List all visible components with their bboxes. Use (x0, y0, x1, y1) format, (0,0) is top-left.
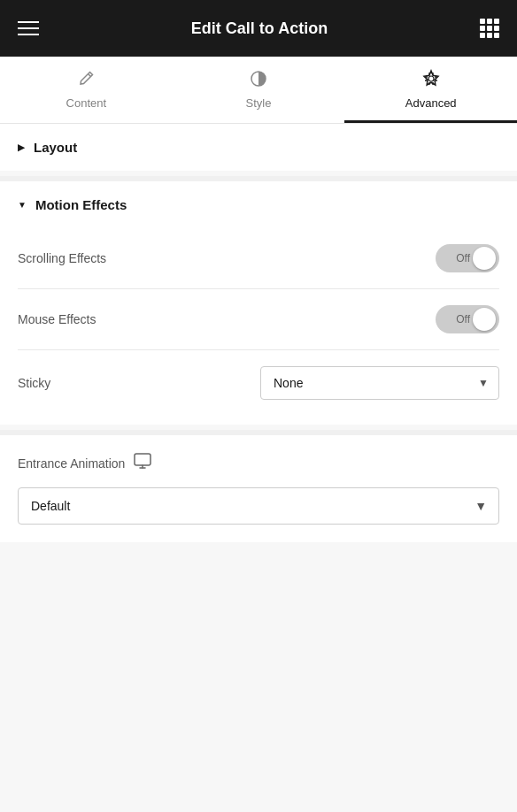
sticky-select-wrapper: None Top Bottom ▼ (260, 366, 499, 400)
svg-rect-2 (135, 454, 150, 465)
layout-section-title: Layout (34, 140, 77, 155)
scrolling-effects-toggle-knob (473, 247, 496, 270)
scrolling-effects-toggle[interactable]: Off (436, 244, 499, 272)
motion-effects-section-header[interactable]: ▼ Motion Effects (0, 181, 517, 228)
tab-content-label: Content (66, 96, 107, 110)
header-title: Edit Call to Action (191, 19, 328, 38)
svg-point-1 (428, 76, 434, 81)
sticky-row: Sticky None Top Bottom ▼ (18, 350, 499, 416)
layout-arrow-icon: ▶ (18, 142, 25, 152)
entrance-animation-section: Entrance Animation Default None Fade In … (0, 435, 517, 542)
header: Edit Call to Action (0, 0, 517, 57)
hamburger-menu-icon[interactable] (18, 21, 39, 35)
motion-effects-fields: Scrolling Effects Off Mouse Effects Off (0, 228, 517, 425)
tab-style[interactable]: Style (173, 57, 345, 123)
tab-advanced[interactable]: Advanced (344, 57, 517, 123)
style-tab-icon (249, 69, 268, 91)
tabs-bar: Content Style Advanced (0, 57, 517, 124)
entrance-animation-label: Entrance Animation (18, 456, 125, 471)
mouse-effects-toggle-knob (473, 308, 496, 331)
scrolling-effects-label: Scrolling Effects (18, 251, 106, 265)
entrance-animation-select-wrapper: Default None Fade In Slide In Up Slide I… (18, 487, 499, 525)
layout-section-header[interactable]: ▶ Layout (0, 124, 517, 171)
tab-advanced-label: Advanced (405, 96, 457, 110)
mouse-effects-label: Mouse Effects (18, 312, 96, 326)
scrolling-effects-row: Scrolling Effects Off (18, 228, 499, 289)
monitor-icon (134, 453, 151, 473)
layout-section: ▶ Layout (0, 124, 517, 171)
content-area: ▶ Layout ▼ Motion Effects Scrolling Effe… (0, 124, 517, 812)
motion-effects-section: ▼ Motion Effects Scrolling Effects Off M… (0, 181, 517, 425)
tab-content[interactable]: Content (0, 57, 173, 123)
motion-effects-section-title: Motion Effects (35, 197, 127, 212)
tab-style-label: Style (246, 96, 272, 110)
content-tab-icon (76, 69, 96, 91)
sticky-label: Sticky (18, 376, 50, 390)
panel: Edit Call to Action Content (0, 0, 517, 812)
mouse-effects-toggle-label: Off (449, 313, 470, 326)
motion-effects-arrow-icon: ▼ (18, 200, 27, 210)
apps-grid-icon[interactable] (480, 19, 499, 38)
entrance-animation-header: Entrance Animation (18, 453, 499, 473)
mouse-effects-toggle[interactable]: Off (436, 305, 499, 333)
advanced-tab-icon (421, 69, 441, 91)
scrolling-effects-toggle-label: Off (449, 252, 470, 264)
sticky-select[interactable]: None Top Bottom (260, 366, 499, 400)
mouse-effects-row: Mouse Effects Off (18, 289, 499, 350)
entrance-animation-select[interactable]: Default None Fade In Slide In Up Slide I… (18, 487, 499, 525)
